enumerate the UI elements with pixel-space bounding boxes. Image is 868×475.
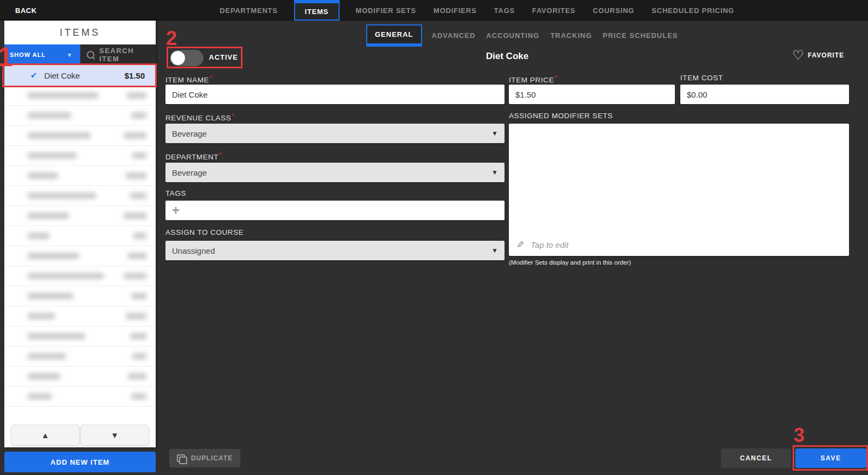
topbar-tab-scheduled-pricing[interactable]: SCHEDULED PRICING [650, 0, 735, 21]
show-all-label: SHOW ALL [10, 52, 46, 58]
revenue-class-select[interactable]: Beverage ▼ [165, 124, 505, 143]
list-item-redacted[interactable] [4, 186, 156, 206]
list-item-redacted[interactable] [4, 166, 156, 186]
department-label: DEPARTMENT* [165, 151, 222, 161]
scroll-down-button[interactable]: ▼ [80, 425, 149, 446]
back-button[interactable]: BACK [15, 0, 37, 21]
top-nav-bar: BACK DEPARTMENTSITEMSMODIFIER SETSMODIFI… [0, 0, 868, 21]
list-scroll-buttons: ▲ ▼ [4, 425, 156, 447]
content-tab-accounting[interactable]: ACCOUNTING [485, 24, 540, 47]
list-item-redacted[interactable] [4, 346, 156, 367]
redacted-item-price [131, 293, 147, 299]
annotation-number-2: 2 [166, 27, 177, 50]
item-cost-input[interactable]: $0.00 [680, 85, 849, 104]
search-item-button[interactable]: SEARCH ITEM [80, 44, 156, 65]
list-item-redacted[interactable] [4, 206, 156, 226]
topbar-tab-coursing[interactable]: COURSING [592, 0, 635, 21]
show-all-dropdown[interactable]: SHOW ALL ▼ [4, 44, 80, 65]
assign-to-course-label: ASSIGN TO COURSE [165, 228, 244, 236]
list-item-redacted[interactable] [4, 387, 156, 407]
item-name-label: ITEM NAME* [165, 74, 213, 84]
plus-icon[interactable]: + [172, 205, 180, 216]
redacted-item-name [27, 132, 91, 139]
redacted-item-name [27, 172, 59, 179]
list-item-redacted[interactable] [4, 286, 156, 306]
list-item-redacted[interactable] [4, 226, 156, 246]
redacted-item-name [27, 233, 50, 239]
redacted-item-price [127, 253, 147, 259]
cancel-button[interactable]: CANCEL [721, 448, 791, 468]
duplicate-label: DUPLICATE [191, 454, 233, 462]
redacted-item-price [133, 233, 147, 239]
item-price-input[interactable]: $1.50 [509, 85, 675, 104]
tap-to-edit[interactable]: ✎ Tap to edit [516, 239, 569, 251]
content-tab-advanced[interactable]: ADVANCED [431, 24, 477, 47]
items-sidebar: ITEMS SHOW ALL ▼ SEARCH ITEM ✔ Diet Coke… [4, 21, 156, 447]
scroll-up-button[interactable]: ▲ [11, 425, 80, 446]
department-value: Beverage [172, 168, 207, 177]
item-name-input[interactable]: Diet Coke [165, 85, 505, 104]
list-item-redacted[interactable] [4, 367, 156, 387]
required-asterisk: * [219, 151, 222, 159]
duplicate-button[interactable]: DUPLICATE [169, 449, 240, 467]
list-item-redacted[interactable] [4, 266, 156, 286]
content-tabs: GENERALADVANCEDACCOUNTINGTRACKINGPRICE S… [366, 24, 679, 47]
redacted-item-price [132, 353, 147, 360]
redacted-item-price [131, 393, 147, 400]
chevron-down-icon: ▼ [492, 169, 498, 176]
content-tab-tracking[interactable]: TRACKING [549, 24, 593, 47]
topbar-nav: DEPARTMENTSITEMSMODIFIER SETSMODIFIERSTA… [219, 0, 736, 21]
content-tab-general[interactable]: GENERAL [366, 24, 422, 47]
redacted-item-price [123, 213, 147, 219]
content-tab-price-schedules[interactable]: PRICE SCHEDULES [602, 24, 679, 47]
list-item-redacted[interactable] [4, 326, 156, 346]
redacted-item-name [27, 213, 69, 219]
redacted-item-price [125, 172, 147, 179]
topbar-tab-departments[interactable]: DEPARTMENTS [219, 0, 279, 21]
department-select[interactable]: Beverage ▼ [165, 163, 505, 182]
topbar-tab-modifiers[interactable]: MODIFIERS [432, 0, 477, 21]
sidebar-title: ITEMS [4, 21, 156, 44]
chevron-down-icon: ▼ [492, 130, 498, 137]
redacted-item-name [27, 353, 66, 360]
selected-item-name: Diet Coke [44, 71, 80, 80]
chevron-down-icon: ▼ [492, 247, 498, 254]
item-list-redacted [4, 86, 156, 407]
topbar-tab-tags[interactable]: TAGS [493, 0, 516, 21]
arrow-up-icon: ▲ [41, 431, 49, 440]
list-item-selected[interactable]: ✔ Diet Coke $1.50 [4, 65, 156, 86]
redacted-item-price [123, 273, 147, 279]
add-new-item-button[interactable]: ADD NEW ITEM [4, 452, 156, 472]
redacted-item-price [127, 373, 147, 380]
copy-icon [177, 454, 186, 463]
list-item-redacted[interactable] [4, 246, 156, 266]
save-button[interactable]: SAVE [795, 448, 866, 468]
list-item-redacted[interactable] [4, 306, 156, 326]
list-item-redacted[interactable] [4, 146, 156, 166]
list-item-redacted[interactable] [4, 86, 156, 106]
favorite-button[interactable]: ♡ FAVORITE [792, 49, 844, 62]
topbar-tab-favorites[interactable]: FAVORITES [531, 0, 577, 21]
redacted-item-price [132, 152, 147, 159]
required-asterisk: * [554, 74, 558, 82]
topbar-tab-modifier-sets[interactable]: MODIFIER SETS [355, 0, 418, 21]
assign-to-course-select[interactable]: Unassigned ▼ [165, 241, 505, 260]
item-editor-screen: BACK DEPARTMENTSITEMSMODIFIER SETSMODIFI… [0, 0, 868, 475]
assigned-modifier-sets-panel[interactable]: ✎ Tap to edit [509, 124, 849, 256]
search-placeholder: SEARCH ITEM [99, 47, 156, 63]
list-item-redacted[interactable] [4, 126, 156, 146]
tags-input[interactable]: + [165, 201, 505, 220]
revenue-class-label: REVENUE CLASS* [165, 112, 235, 122]
required-asterisk: * [209, 74, 213, 82]
topbar-tab-items[interactable]: ITEMS [294, 0, 340, 21]
list-item-redacted[interactable] [4, 106, 156, 126]
redacted-item-price [130, 333, 147, 339]
favorite-label: FAVORITE [808, 52, 844, 59]
redacted-item-name [27, 373, 61, 380]
redacted-item-name [27, 333, 86, 339]
redacted-item-price [130, 192, 147, 199]
assigned-modifier-sets-label: ASSIGNED MODIFIER SETS [509, 112, 613, 120]
redacted-item-name [27, 273, 104, 279]
assign-to-course-value: Unassigned [172, 246, 215, 255]
redacted-item-price [131, 112, 147, 119]
